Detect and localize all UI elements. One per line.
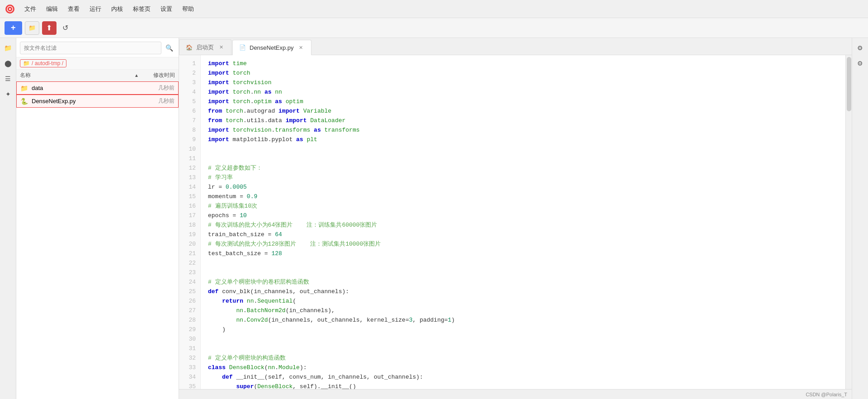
col-time-label: 修改时间 <box>139 71 175 79</box>
tab-densenetexp[interactable]: 📄 DenseNetExp.py ✕ <box>232 40 311 55</box>
new-button[interactable]: + <box>5 21 22 35</box>
svg-point-2 <box>9 8 11 10</box>
menu-edit[interactable]: 编辑 <box>42 3 62 15</box>
tab-densenetexp-close[interactable]: ✕ <box>297 44 305 51</box>
file-panel: 🔍 📁 / autodl-tmp / 名称 ▲ 修改时间 📁 data 几秒前 … <box>16 38 179 399</box>
status-text: CSDN @Polaris_T <box>806 392 847 397</box>
file-item-densenetexp[interactable]: 🐍 DenseNetExp.py 几秒前 <box>16 95 179 108</box>
tab-home[interactable]: 🏠 启动页 ✕ <box>179 39 231 55</box>
main-layout: 📁 ⬤ ☰ ✦ 🔍 📁 / autodl-tmp / 名称 ▲ 修改时间 📁 d… <box>0 38 868 399</box>
sort-icon: ▲ <box>134 73 139 78</box>
file-name: DenseNetExp.py <box>32 98 143 104</box>
left-icon-bar: 📁 ⬤ ☰ ✦ <box>0 38 16 399</box>
line-numbers: 1234567891011121314151617181920212223242… <box>179 55 201 389</box>
upload-button[interactable]: ⬆ <box>42 21 57 35</box>
file-time: 几秒前 <box>143 84 175 92</box>
open-folder-button[interactable]: 📁 <box>25 21 39 35</box>
menu-view[interactable]: 查看 <box>63 3 84 15</box>
editor-area: 🏠 启动页 ✕ 📄 DenseNetExp.py ✕ 1234567891011… <box>179 38 852 399</box>
menu-bar: 文件 编辑 查看 运行 内核 标签页 设置 帮助 <box>0 0 868 18</box>
python-file-icon: 🐍 <box>20 98 28 105</box>
breadcrumb: 📁 / autodl-tmp / <box>20 59 66 67</box>
circle-icon[interactable]: ⬤ <box>2 57 14 70</box>
col-name-label: 名称 <box>20 71 134 79</box>
file-time: 几秒前 <box>143 97 175 105</box>
list-icon[interactable]: ☰ <box>2 72 14 85</box>
right-sidebar: ⚙ ⚙ <box>852 38 868 399</box>
plus-icon: + <box>11 23 16 33</box>
file-list-header: 名称 ▲ 修改时间 <box>16 70 179 81</box>
tab-densenetexp-label: DenseNetExp.py <box>250 44 294 51</box>
menu-settings[interactable]: 设置 <box>156 3 177 15</box>
status-bar: CSDN @Polaris_T <box>179 389 852 399</box>
menu-run[interactable]: 运行 <box>85 3 106 15</box>
file-search-bar: 🔍 <box>16 38 179 57</box>
file-explorer-icon[interactable]: 📁 <box>2 42 14 54</box>
home-icon: 🏠 <box>186 44 193 51</box>
tab-home-label: 启动页 <box>196 43 214 52</box>
menu-help[interactable]: 帮助 <box>178 3 198 15</box>
menu-kernel[interactable]: 内核 <box>107 3 127 15</box>
plugin-icon[interactable]: ✦ <box>2 88 14 100</box>
scrollbar-thumb[interactable] <box>847 57 851 111</box>
file-icon: 📄 <box>239 44 246 51</box>
folder-icon: 📁 <box>20 85 28 92</box>
right-settings-icon[interactable]: ⚙ <box>854 42 867 54</box>
tabs-bar: 🏠 启动页 ✕ 📄 DenseNetExp.py ✕ <box>179 38 852 55</box>
file-item-data[interactable]: 📁 data 几秒前 <box>16 81 179 95</box>
toolbar: + 📁 ⬆ ↺ <box>0 18 868 38</box>
breadcrumb-bar: 📁 / autodl-tmp / <box>16 57 179 70</box>
vertical-scrollbar[interactable] <box>845 55 852 389</box>
folder-icon: 📁 <box>23 60 30 66</box>
file-name: data <box>32 85 143 91</box>
app-logo <box>4 3 16 15</box>
code-editor[interactable]: 1234567891011121314151617181920212223242… <box>179 55 845 389</box>
refresh-button[interactable]: ↺ <box>59 24 72 32</box>
menu-file[interactable]: 文件 <box>20 3 41 15</box>
right-gear-icon[interactable]: ⚙ <box>854 57 867 70</box>
file-list: 📁 data 几秒前 🐍 DenseNetExp.py 几秒前 <box>16 81 179 399</box>
code-content[interactable]: import timeimport torchimport torchvisio… <box>201 55 845 389</box>
upload-icon: ⬆ <box>46 24 52 32</box>
tab-home-close[interactable]: ✕ <box>217 44 225 51</box>
menu-tabs[interactable]: 标签页 <box>128 3 155 15</box>
folder-icon: 📁 <box>28 24 36 31</box>
search-input[interactable] <box>20 42 161 54</box>
editor-scroll-wrapper: 1234567891011121314151617181920212223242… <box>179 55 852 389</box>
search-button[interactable]: 🔍 <box>163 42 175 54</box>
refresh-icon: ↺ <box>62 24 68 32</box>
